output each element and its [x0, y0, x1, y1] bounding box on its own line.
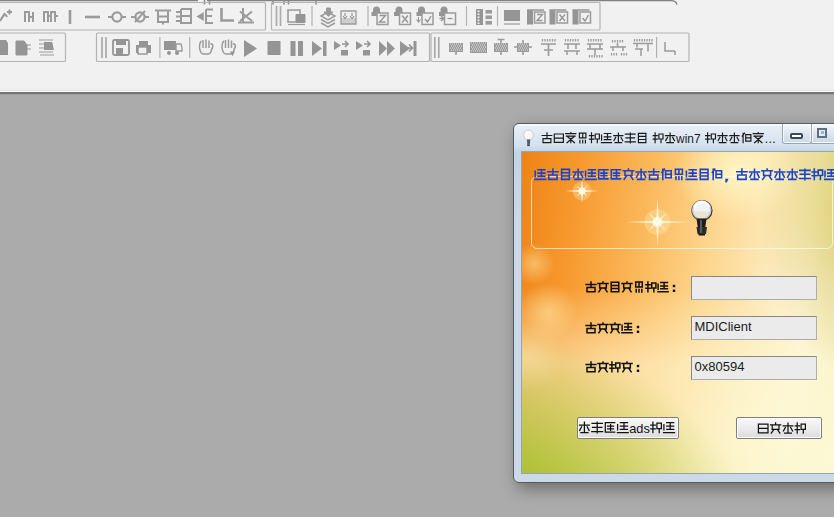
svg-text:win7: win7 [675, 131, 701, 145]
svg-text:…: … [764, 131, 776, 145]
svg-text:ads: ads [629, 421, 650, 436]
